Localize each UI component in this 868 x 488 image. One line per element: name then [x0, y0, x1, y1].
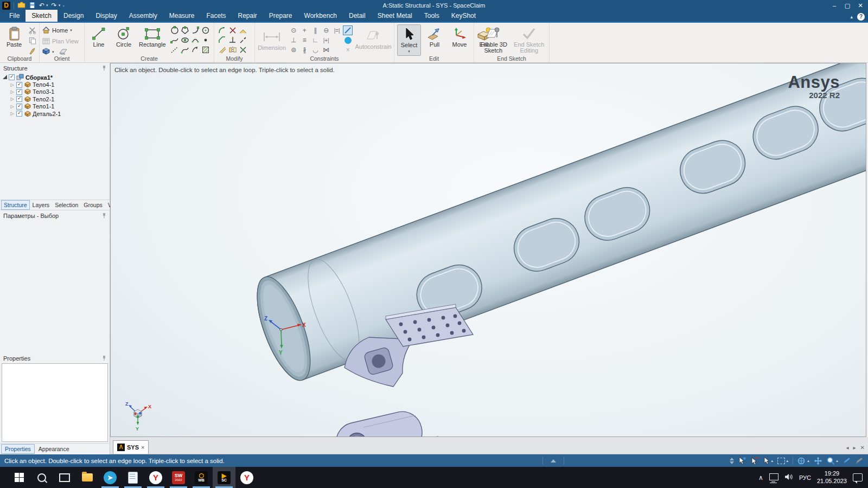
symmetry-constraint-icon[interactable]: ⋈	[323, 46, 329, 54]
yandex-browser-button[interactable]: Y	[144, 467, 167, 488]
pin-icon[interactable]	[102, 213, 106, 219]
open-file-icon[interactable]	[17, 2, 25, 9]
circle-tool-button[interactable]: Circle	[112, 24, 135, 49]
bend-tool-icon[interactable]	[238, 26, 247, 35]
undo-icon[interactable]: ↶	[39, 2, 44, 9]
equal-length-constraint-icon[interactable]: |=|	[334, 28, 340, 34]
spaceclaim-logo-icon[interactable]: D	[2, 2, 10, 10]
spaceclaim-button[interactable]: ▶SC	[213, 467, 235, 488]
tube-cutouts[interactable]	[398, 72, 866, 324]
toolbar-overflow-icon[interactable]: ⌄	[62, 3, 65, 8]
tube-body[interactable]	[246, 63, 866, 387]
corner-arc-tool-icon[interactable]	[201, 26, 210, 35]
save-icon[interactable]	[29, 2, 36, 10]
paste-button[interactable]: Paste	[3, 24, 25, 49]
notepad-button[interactable]	[122, 467, 144, 488]
panel-tab[interactable]: Appearance	[35, 444, 73, 454]
undo-selection-cursor-icon[interactable]	[750, 457, 759, 465]
midpoint-constraint-icon[interactable]: ⊥	[291, 36, 296, 44]
visibility-checkbox[interactable]	[16, 96, 22, 102]
point-tool-icon[interactable]	[201, 36, 210, 45]
maximize-button[interactable]: ▢	[841, 0, 854, 11]
ribbon-tab[interactable]: KeyShot	[445, 10, 482, 22]
expander-icon[interactable]: ▷	[10, 97, 15, 101]
status-grip[interactable]	[542, 454, 564, 467]
ribbon-tab[interactable]: Sketch	[25, 10, 58, 22]
volume-icon[interactable]	[784, 473, 793, 481]
select-mode-cursor-icon[interactable]: ▲	[763, 457, 774, 465]
collinear-constraint-icon[interactable]: ≡	[303, 36, 307, 44]
yandex-browser-2-button[interactable]: Y	[235, 467, 258, 488]
equidistant-constraint-icon[interactable]: |+|	[323, 37, 329, 43]
extend-tool-icon[interactable]	[238, 36, 247, 45]
line-tool-button[interactable]: Line	[87, 24, 110, 49]
show-constraints-icon[interactable]	[343, 25, 353, 35]
ribbon-tab[interactable]: Workbench	[298, 10, 343, 22]
format-painter-icon[interactable]	[28, 46, 37, 55]
pull-button[interactable]: Pull	[423, 24, 446, 49]
move-button[interactable]: Move	[448, 24, 471, 49]
panel-tab[interactable]: Structure	[1, 200, 30, 210]
tab-scroll-left-icon[interactable]: ◂	[846, 445, 849, 451]
model-viewport[interactable]: X Z Y Z X Y C	[110, 63, 866, 437]
expander-icon[interactable]: ▷	[10, 82, 15, 87]
orbit-icon[interactable]: ▲	[797, 457, 810, 465]
expander-icon[interactable]	[2, 75, 7, 80]
not-parallel-constraint-icon[interactable]: ∦	[303, 46, 306, 54]
autoconstrain-button[interactable]: Autoconstrain	[355, 27, 391, 51]
close-button[interactable]: ✕	[854, 0, 867, 11]
search-button[interactable]	[30, 467, 53, 488]
copy-icon[interactable]	[28, 36, 37, 45]
end-sketch-editing-button[interactable]: End Sketch Editing	[512, 24, 546, 55]
visibility-checkbox[interactable]	[16, 104, 22, 110]
ansys-workbench-button[interactable]: ⬡WB	[190, 467, 213, 488]
tree-body-row[interactable]: ▷ Тело1-1	[2, 103, 110, 110]
rectangle-tool-button[interactable]: Rectangle	[137, 24, 168, 49]
file-explorer-button[interactable]	[76, 467, 99, 488]
task-view-button[interactable]	[53, 467, 76, 488]
tree-root-row[interactable]: Сборка1*	[2, 74, 110, 81]
expander-icon[interactable]: ▷	[10, 89, 15, 94]
expand-panel-icon[interactable]	[551, 459, 556, 463]
undo-dropdown-icon[interactable]: ▾	[46, 3, 48, 8]
dimension-button[interactable]: Dimension	[258, 28, 286, 52]
spline-tool-icon[interactable]	[170, 36, 180, 45]
document-tab-sys[interactable]: Λ SYS ×	[113, 440, 149, 454]
ribbon-tab[interactable]: Prepare	[263, 10, 298, 22]
help-icon[interactable]: ?	[857, 13, 865, 21]
action-center-icon[interactable]	[853, 473, 863, 481]
chamfer-tool-icon[interactable]	[218, 36, 227, 45]
panel-tab[interactable]: Selection	[52, 200, 81, 210]
panel-tab[interactable]: Properties	[1, 444, 35, 454]
visibility-checkbox[interactable]	[16, 89, 22, 95]
trim-tool-icon[interactable]	[228, 26, 237, 35]
bracket-arm[interactable]	[333, 408, 426, 437]
tangent-arc-tool-icon[interactable]	[191, 26, 200, 35]
pin-icon[interactable]	[102, 65, 106, 72]
tree-body-row[interactable]: ▷ Деталь2-1	[2, 110, 110, 117]
view-sketch-plane-icon[interactable]	[59, 48, 67, 56]
panel-tab[interactable]: Groups	[81, 200, 105, 210]
spin-view-icon[interactable]	[42, 48, 50, 56]
selection-box-icon[interactable]: ▲	[777, 458, 789, 464]
pan-icon[interactable]	[814, 457, 822, 465]
ribbon-tab[interactable]: Design	[58, 10, 90, 22]
tangent-constraint-icon[interactable]: ⊚	[291, 46, 296, 54]
cut-icon[interactable]	[28, 25, 37, 35]
equal-constraint-icon[interactable]: ⊖	[323, 27, 329, 34]
enable-3d-sketch-button[interactable]: Enable 3D Sketch	[477, 24, 509, 55]
fillet-tool-icon[interactable]	[218, 26, 227, 35]
start-button[interactable]	[8, 467, 30, 488]
ribbon-tab[interactable]: Detail	[343, 10, 372, 22]
delete-constraint-icon[interactable]: ×	[346, 46, 350, 54]
ribbon-tab[interactable]: Measure	[163, 10, 201, 22]
tab-bar-close-icon[interactable]: ✕	[860, 445, 865, 451]
parallel-constraint-icon[interactable]: ∥	[314, 27, 317, 34]
visibility-checkbox[interactable]	[9, 74, 15, 80]
ribbon-tab[interactable]: File	[3, 10, 25, 22]
project-tool-icon[interactable]	[238, 46, 247, 55]
tree-body-row[interactable]: ▷ Тело3-1	[2, 88, 110, 95]
tree-body-row[interactable]: ▷ Тело4-1	[2, 81, 110, 88]
collapse-ribbon-icon[interactable]: ▴	[850, 14, 853, 20]
clock[interactable]: 19:29 21.05.2023	[817, 470, 847, 485]
